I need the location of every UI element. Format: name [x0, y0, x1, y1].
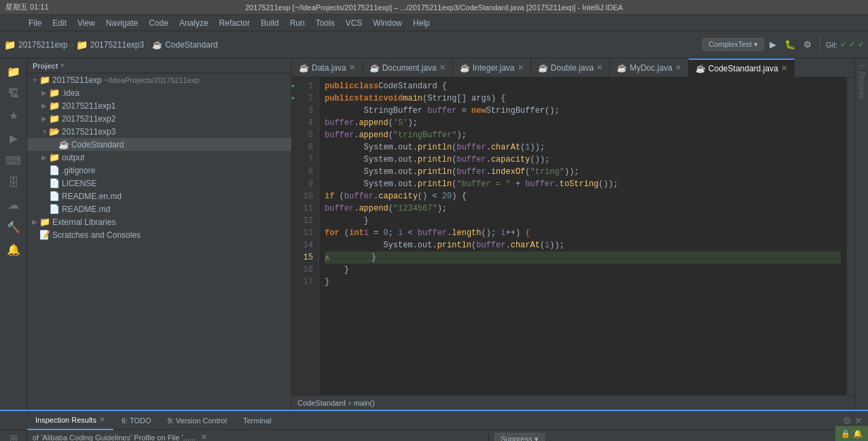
- tab-codestandard-java[interactable]: ☕ CodeStandard.java ✕: [689, 58, 795, 77]
- right-label-structure[interactable]: 1: Structure: [858, 58, 865, 99]
- tab-close-document[interactable]: ✕: [439, 63, 446, 72]
- right-sidebar: 1: Structure: [854, 58, 868, 410]
- menu-analyze[interactable]: Analyze: [174, 17, 214, 29]
- main-area: 📁 🏗 ★ ▶ ⌨ 🗄 ☁ 🔨 🔔 Project ▾ ▾ 📁 20175211…: [0, 58, 868, 410]
- database-icon[interactable]: 🗄: [4, 173, 23, 193]
- code-line-5: buffer.append("tringBuffer");: [325, 129, 841, 141]
- code-content[interactable]: public class CodeStandard { public stati…: [319, 77, 846, 395]
- git-check2: ✓: [849, 40, 855, 49]
- code-line-12: }: [325, 215, 841, 227]
- tab-close-codestandard[interactable]: ✕: [781, 64, 787, 73]
- code-line-15: ⚠ }: [325, 251, 841, 264]
- amazon-icon[interactable]: ☁: [4, 194, 23, 215]
- inspection-panel: of 'Alibaba Coding Guidelines' Profile o…: [27, 430, 489, 441]
- expand-all-icon[interactable]: ⊞: [10, 433, 18, 441]
- tree-idea[interactable]: ▶ 📁 .idea: [27, 86, 291, 99]
- tree-exp2[interactable]: ▶ 📁 20175211exp2: [27, 112, 291, 125]
- structure-icon[interactable]: 🏗: [4, 84, 23, 104]
- menu-edit[interactable]: Edit: [47, 17, 72, 29]
- favorites-icon[interactable]: ★: [5, 105, 22, 126]
- menu-window[interactable]: Window: [367, 17, 408, 29]
- project-breadcrumb: 📁 20175211exp › 📁 20175211exp3 › ☕ CodeS…: [4, 39, 218, 50]
- inspection-header: of 'Alibaba Coding Guidelines' Profile o…: [27, 430, 488, 441]
- scratches-label: Scratches and Consoles: [52, 230, 141, 240]
- tree-codestandard[interactable]: ☕ CodeStandard: [27, 138, 291, 151]
- tree-output[interactable]: ▶ 📁 output: [27, 151, 291, 164]
- tab-integer-java[interactable]: ☕ Integer.java ✕: [453, 58, 531, 77]
- tab-double-java[interactable]: ☕ Double.java ✕: [531, 58, 610, 77]
- git-info: Git: ✓ ✓ ✓: [826, 40, 864, 49]
- bottom-content: ⊞ ⊟ ✏ ⬛ ↑ ↓ ⤴ ⤵ 🔍 ? of 'Alibaba Coding G…: [0, 430, 868, 441]
- tab-close-data[interactable]: ✕: [349, 63, 355, 72]
- run-icon[interactable]: ▶: [5, 128, 22, 149]
- notifications-icon[interactable]: 🔔: [3, 239, 24, 260]
- preview-panel: Suppress ▾ public class CodeStandard { p…: [489, 430, 868, 441]
- editor-scrollbar[interactable]: [846, 77, 854, 395]
- left-sidebar-icons: 📁 🏗 ★ ▶ ⌨ 🗄 ☁ 🔨 🔔: [0, 58, 27, 410]
- readme-icon: 📄: [49, 204, 60, 214]
- tab-version-control[interactable]: 9: Version Control: [160, 411, 235, 430]
- menu-tools[interactable]: Tools: [310, 17, 340, 29]
- tree-scratches[interactable]: 📝 Scratches and Consoles: [27, 228, 291, 241]
- tree-readme-en[interactable]: 📄 README.en.md: [27, 190, 291, 202]
- settings-button[interactable]: ⚙: [801, 38, 814, 51]
- code-line-11: buffer.append("1234567");: [325, 202, 841, 215]
- code-line-4: buffer.append('S');: [325, 117, 841, 129]
- tab-todo[interactable]: 6: TODO: [113, 411, 160, 430]
- module-name[interactable]: 20175211exp3: [90, 40, 144, 50]
- debug-button[interactable]: 🐛: [782, 38, 798, 51]
- bottom-tabs-bar: Inspection Results ✕ 6: TODO 9: Version …: [0, 411, 868, 430]
- run-config[interactable]: ComplexTest ▾: [702, 38, 764, 51]
- project-label: Project: [33, 62, 58, 70]
- inspection-header-close[interactable]: ✕: [201, 433, 207, 441]
- project-icon[interactable]: 📁: [3, 61, 24, 82]
- tree-exp3[interactable]: ▾ 📂 20175211exp3: [27, 125, 291, 138]
- idea-folder-icon: 📁: [49, 88, 60, 98]
- code-line-7: System.out.println(buffer.capacity());: [325, 154, 841, 166]
- suppress-button[interactable]: Suppress ▾: [494, 433, 545, 441]
- tree-gitignore[interactable]: 📄 .gitignore: [27, 164, 291, 177]
- menu-refactor[interactable]: Refactor: [214, 17, 255, 29]
- project-name[interactable]: 20175211exp: [18, 40, 68, 50]
- tab-close-double[interactable]: ✕: [596, 63, 602, 72]
- editor-panel: ☕ Data.java ✕ ☕ Document.java ✕ ☕ Intege…: [292, 58, 854, 410]
- tab-close-mydoc[interactable]: ✕: [675, 63, 681, 72]
- inspection-title: of 'Alibaba Coding Guidelines' Profile o…: [33, 434, 196, 442]
- file-icon-toolbar: ☕: [152, 40, 162, 50]
- tab-close-integer[interactable]: ✕: [518, 63, 524, 72]
- file-name[interactable]: CodeStandard: [165, 40, 217, 50]
- tree-root[interactable]: ▾ 📁 20175211exp ~/IdeaProjects/20175211e…: [27, 73, 291, 86]
- tab-terminal[interactable]: Terminal: [235, 411, 280, 430]
- menu-vcs[interactable]: VCS: [340, 17, 368, 29]
- tab-document-java[interactable]: ☕ Document.java ✕: [363, 58, 453, 77]
- tree-readme[interactable]: 📄 README.md: [27, 202, 291, 215]
- tree-license[interactable]: 📄 LICENSE: [27, 177, 291, 190]
- terminal-icon[interactable]: ⌨: [1, 150, 25, 171]
- breadcrumb-method: main(): [354, 399, 375, 407]
- menu-view[interactable]: View: [72, 17, 101, 29]
- menu-run[interactable]: Run: [285, 17, 310, 29]
- code-line-1: public class CodeStandard {: [325, 80, 841, 92]
- menu-help[interactable]: Help: [408, 17, 435, 29]
- git-check1: ✓: [840, 40, 846, 49]
- tab-inspection-close[interactable]: ✕: [99, 415, 105, 424]
- tab-inspection-results[interactable]: Inspection Results ✕: [27, 411, 113, 430]
- menu-build[interactable]: Build: [255, 17, 285, 29]
- code-line-6: System.out.println(buffer.charAt(1));: [325, 141, 841, 154]
- menu-file[interactable]: File: [23, 17, 47, 29]
- menu-code[interactable]: Code: [143, 17, 174, 29]
- tab-mydoc-java[interactable]: ☕ MyDoc.java ✕: [610, 58, 689, 77]
- exp1-folder-icon: 📁: [49, 101, 60, 111]
- settings-gear-icon[interactable]: ⚙: [843, 415, 852, 426]
- code-line-14: System.out.println(buffer.charAt(i));: [325, 239, 841, 251]
- menu-navigate[interactable]: Navigate: [101, 17, 143, 29]
- close-bottom-icon[interactable]: ✕: [854, 415, 863, 426]
- run-button[interactable]: ▶: [767, 38, 779, 51]
- build-icon[interactable]: 🔨: [3, 217, 24, 238]
- code-line-3: StringBuffer buffer = new StringBuffer()…: [325, 105, 841, 117]
- tab-data-java[interactable]: ☕ Data.java ✕: [292, 58, 363, 77]
- tree-exp1[interactable]: ▶ 📁 20175211exp1: [27, 99, 291, 112]
- code-area: ▶1 ▶2 3 4 5 6 7 8 9 10 11 12 13 14 15 16…: [292, 77, 854, 395]
- tree-external-libs[interactable]: ▶ 📁 External Libraries: [27, 215, 291, 228]
- code-line-17: }: [325, 276, 841, 288]
